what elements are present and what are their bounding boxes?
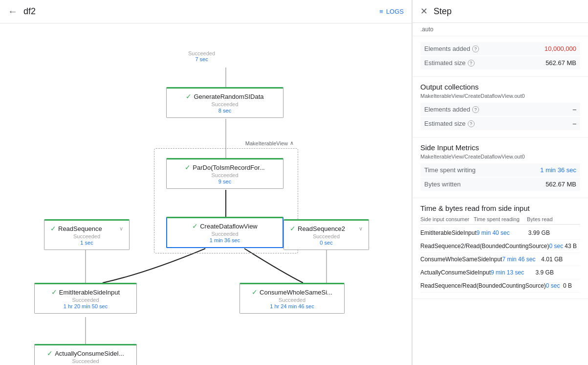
cell-bytes: 4.01 GB — [541, 256, 580, 263]
time-writing-row: Time spent writing 1 min 36 sec — [420, 163, 580, 177]
table-row: ActuallyConsumeSideInput 9 min 13 sec 3.… — [420, 266, 580, 279]
page-title: df2 — [23, 6, 373, 17]
node-consume-whole[interactable]: ✓ ConsumeWholeSameSi... Succeeded 1 hr 2… — [240, 283, 345, 314]
cell-bytes: 43 B — [565, 243, 580, 250]
time-bytes-table-header: Side input consumer Time spent reading B… — [420, 214, 580, 225]
col-consumer: Side input consumer — [420, 216, 474, 222]
out-estimated-size-value: – — [573, 120, 576, 127]
elements-added-value: 10,000,000 — [544, 45, 576, 52]
output-collection-path: MakeIterableView/CreateDataflowView.out0 — [420, 93, 580, 99]
table-row: ReadSequence2/Read(BoundedCountingSource… — [420, 240, 580, 253]
table-row: EmitIterableSideInput 9 min 40 sec 3.99 … — [420, 227, 580, 240]
cell-bytes: 3.9 GB — [536, 269, 580, 276]
out-estimated-size-label: Estimated size ? — [424, 120, 475, 127]
cell-consumer: ActuallyConsumeSideInput — [420, 269, 491, 276]
cell-consumer: EmitIterableSideInput — [420, 229, 477, 236]
estimated-size-row: Estimated size ? 562.67 MB — [420, 56, 580, 69]
logs-button[interactable]: ≡ LOGS — [379, 8, 404, 15]
output-collections-section: Output collections MakeIterableView/Crea… — [413, 77, 588, 137]
out-elements-added-label: Elements added ? — [424, 106, 479, 113]
cell-time: 9 min 13 sec — [491, 269, 535, 276]
time-bytes-heading: Time & bytes read from side input — [420, 204, 580, 212]
input-collections-section: Elements added ? 10,000,000 Estimated si… — [413, 36, 588, 77]
bytes-written-label: Bytes written — [424, 181, 460, 188]
node-pardo[interactable]: ✓ ParDo(ToIsmRecordFor... Succeeded 9 se… — [166, 158, 283, 189]
check-icon-emit: ✓ — [51, 288, 57, 296]
back-button[interactable]: ← — [8, 6, 18, 17]
node-emit-iterable[interactable]: ✓ EmitIterableSideInput Succeeded 1 hr 2… — [34, 283, 137, 314]
cell-bytes: 3.99 GB — [528, 229, 580, 236]
estimated-size-help[interactable]: ? — [468, 60, 475, 67]
cell-consumer: ReadSequence/Read(BoundedCountingSource) — [420, 282, 546, 289]
out-estimated-size-help[interactable]: ? — [468, 120, 475, 127]
cell-time: 0 sec — [546, 282, 563, 289]
estimated-size-label: Estimated size ? — [424, 59, 475, 67]
dag-canvas: Succeeded 7 sec ✓ GenerateRandomSIData S… — [0, 23, 412, 365]
auto-label: .auto — [413, 23, 588, 36]
check-icon-consume: ✓ — [252, 288, 258, 296]
table-row: ConsumeWholeSameSideInput 7 min 46 sec 4… — [420, 253, 580, 266]
check-icon-readseq: ✓ — [50, 225, 56, 232]
left-panel: ← df2 ≡ LOGS — [0, 0, 412, 365]
close-button[interactable]: ✕ — [420, 6, 428, 17]
cell-time: 9 min 40 sec — [477, 229, 528, 236]
side-input-heading: Side Input Metrics — [420, 143, 580, 152]
side-input-metrics-section: Side Input Metrics MakeIterableView/Crea… — [413, 137, 588, 198]
elements-added-label: Elements added ? — [424, 45, 479, 52]
check-icon-create: ✓ — [192, 222, 198, 230]
side-input-path: MakeIterableView/CreateDataflowView.out0 — [420, 154, 580, 160]
out-elements-added-row: Elements added ? – — [420, 103, 580, 116]
cell-consumer: ConsumeWholeSameSideInput — [420, 256, 502, 263]
cell-bytes: 0 B — [563, 282, 580, 289]
group-label: MakeIterableView ∧ — [245, 140, 294, 146]
check-icon-readseq2: ✓ — [290, 225, 296, 232]
col-bytes-read: Bytes read — [527, 216, 580, 222]
elements-added-help[interactable]: ? — [472, 46, 479, 52]
elements-added-row: Elements added ? 10,000,000 — [420, 42, 580, 55]
time-bytes-rows: EmitIterableSideInput 9 min 40 sec 3.99 … — [420, 227, 580, 293]
node-readsequence2[interactable]: ✓ ReadSequence2 ∨ Succeeded 0 sec — [283, 219, 369, 250]
time-bytes-section: Time & bytes read from side input Side i… — [413, 198, 588, 299]
check-icon-pardo: ✓ — [185, 163, 191, 171]
time-writing-value: 1 min 36 sec — [540, 166, 576, 174]
table-row: ReadSequence/Read(BoundedCountingSource)… — [420, 279, 580, 293]
right-panel-header: ✕ Step — [413, 0, 588, 23]
dag-inner: Succeeded 7 sec ✓ GenerateRandomSIData S… — [0, 23, 411, 365]
cell-consumer: ReadSequence2/Read(BoundedCountingSource… — [420, 243, 549, 250]
top-status-node: Succeeded 7 sec — [188, 50, 215, 62]
top-bar: ← df2 ≡ LOGS — [0, 0, 412, 23]
out-elements-added-value: – — [573, 106, 576, 113]
node-generate[interactable]: ✓ GenerateRandomSIData Succeeded 8 sec — [166, 87, 283, 118]
check-icon: ✓ — [186, 92, 192, 100]
check-icon-actually: ✓ — [47, 349, 53, 357]
node-actually-consume[interactable]: ✓ ActuallyConsumeSideI... Succeeded 1 hr… — [34, 344, 137, 365]
node-readsequence[interactable]: ✓ ReadSequence ∨ Succeeded 1 sec — [44, 219, 130, 250]
cell-time: 0 sec — [549, 243, 565, 250]
bytes-written-row: Bytes written 562.67 MB — [420, 178, 580, 191]
output-collections-heading: Output collections — [420, 83, 580, 91]
out-estimated-size-row: Estimated size ? – — [420, 117, 580, 130]
bytes-written-value: 562.67 MB — [545, 181, 576, 188]
logs-icon: ≡ — [379, 8, 383, 15]
estimated-size-value: 562.67 MB — [545, 59, 576, 67]
cell-time: 7 min 46 sec — [502, 256, 541, 263]
out-elements-help[interactable]: ? — [472, 106, 479, 113]
node-create-dataflow-view[interactable]: ✓ CreateDataflowView Succeeded 1 min 36 … — [166, 217, 283, 248]
col-time-reading: Time spent reading — [474, 216, 527, 222]
step-title: Step — [434, 6, 452, 17]
time-writing-label: Time spent writing — [424, 166, 476, 174]
right-panel: ✕ Step .auto Elements added ? 10,000,000… — [412, 0, 588, 365]
